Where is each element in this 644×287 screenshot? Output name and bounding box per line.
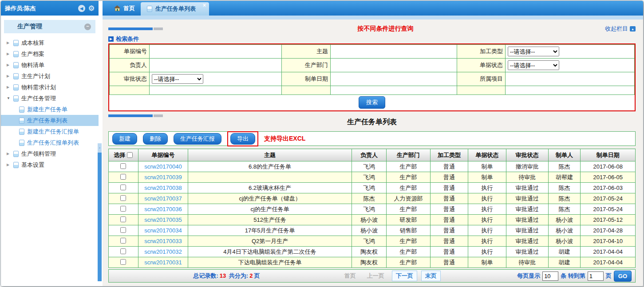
column-header-3: 负责人 xyxy=(352,149,386,161)
collapse-section-icon[interactable]: − xyxy=(84,24,91,30)
gear-icon[interactable]: ⚙ xyxy=(88,5,95,12)
cell-date: 2017-04-04 xyxy=(581,247,636,257)
column-header-4: 生产部门 xyxy=(387,149,431,161)
subject-input[interactable] xyxy=(332,46,455,57)
process-type-select[interactable]: --请选择-- xyxy=(508,47,559,56)
document-icon xyxy=(13,62,19,68)
row-checkbox[interactable] xyxy=(120,259,126,265)
doc-status-select[interactable]: --请选择-- xyxy=(508,60,559,70)
cell-status: 制单 xyxy=(468,161,506,172)
sidebar-item[interactable]: ▶成本核算 xyxy=(1,37,99,48)
row-checkbox[interactable] xyxy=(120,185,126,190)
project-input[interactable] xyxy=(507,74,633,84)
delete-button[interactable]: 删除 xyxy=(143,133,168,145)
doc-link[interactable]: scrw20170035 xyxy=(144,216,182,223)
doc-link[interactable]: scrw20170038 xyxy=(144,185,182,191)
sidebar-item[interactable]: ▶物料清单 xyxy=(1,59,99,71)
approval-status-select[interactable]: --请选择-- xyxy=(152,74,203,84)
owner-input[interactable] xyxy=(151,60,280,71)
section-divider xyxy=(108,114,166,117)
sidebar-item[interactable]: ▶生产领料管理 xyxy=(1,148,99,159)
sidebar-subitem[interactable]: 新建生产任务汇报单 xyxy=(1,126,99,137)
create-date-input[interactable] xyxy=(332,74,455,84)
cell-dept: 生产部 xyxy=(387,161,431,172)
collapse-sidebar-icon[interactable]: ◀ xyxy=(78,5,85,12)
sidebar-subitem[interactable]: 新建生产任务单 xyxy=(1,104,99,115)
chevron-right-icon: ▶ xyxy=(7,163,11,167)
sidebar-scrollbar[interactable]: ‹ xyxy=(98,143,102,281)
row-checkbox[interactable] xyxy=(120,227,126,233)
field-label-approval-status: 审批状态 xyxy=(110,72,150,86)
page-nav: 首页上一页下一页末页 xyxy=(341,271,441,281)
doc-link[interactable]: scrw20170040 xyxy=(144,163,182,170)
row-checkbox[interactable] xyxy=(120,163,126,169)
task-report-button[interactable]: 生产任务汇报 xyxy=(174,133,221,145)
doc-link[interactable]: scrw20170036 xyxy=(144,206,182,212)
field-label-doc-status: 单据状态 xyxy=(457,59,506,72)
empty-label-cell xyxy=(282,86,331,95)
sidebar-subitem[interactable]: 生产任务汇报单列表 xyxy=(1,137,99,148)
sidebar-item[interactable]: ▼生产任务管理 xyxy=(1,93,99,104)
goto-label: 条 转到第 xyxy=(561,272,585,280)
row-checkbox[interactable] xyxy=(120,174,126,180)
doc-link[interactable]: scrw20170033 xyxy=(144,238,182,244)
row-checkbox[interactable] xyxy=(120,206,126,212)
record-count: 13 xyxy=(218,272,227,279)
select-cell xyxy=(109,225,138,236)
cell-date: 2017-04-10 xyxy=(581,236,636,247)
sidebar-item[interactable]: ▶物料需求计划 xyxy=(1,82,99,93)
doc-link[interactable]: scrw20170032 xyxy=(144,248,182,255)
export-button[interactable]: 导出 xyxy=(230,133,255,145)
cell-status: 执行 xyxy=(468,204,506,215)
doc-link[interactable]: scrw20170031 xyxy=(144,259,182,266)
sidebar-item[interactable]: ▶主生产计划 xyxy=(1,71,99,82)
dept-input[interactable] xyxy=(332,60,455,71)
doc-no-cell: scrw20170040 xyxy=(138,161,188,172)
select-all-checkbox[interactable] xyxy=(127,152,133,158)
doc-no-input[interactable] xyxy=(151,46,280,57)
cell-owner: 陶友权 xyxy=(352,257,386,268)
doc-link[interactable]: scrw20170034 xyxy=(144,227,182,234)
row-checkbox[interactable] xyxy=(120,195,126,201)
row-checkbox[interactable] xyxy=(120,238,126,244)
chevron-right-icon: ▶ xyxy=(7,63,11,67)
cell-status: 执行 xyxy=(468,225,506,236)
sidebar-item[interactable]: ▶生产档案 xyxy=(1,48,99,59)
sidebar-item-label: 主生产计划 xyxy=(21,72,50,80)
field-cell-owner xyxy=(149,59,281,72)
cell-type: 普通 xyxy=(430,247,468,257)
sidebar-section-header[interactable]: 生产管理 − xyxy=(4,20,95,33)
search-panel: 单据编号主题加工类型--请选择--负责人生产部门单据状态--请选择--审批状态-… xyxy=(108,43,636,111)
row-checkbox[interactable] xyxy=(120,248,126,254)
cell-creator: 胡建 xyxy=(548,247,580,257)
page-nav-link: 首页 xyxy=(341,271,360,281)
page-nav-link[interactable]: 末页 xyxy=(421,271,441,281)
table-row: scrw20170036cj的生产任务单飞鸿生产部普通执行审批通过陈杰2017-… xyxy=(109,204,636,215)
doc-link[interactable]: scrw20170039 xyxy=(144,174,182,181)
page-nav-link[interactable]: 下一页 xyxy=(392,271,417,281)
search-section-header[interactable]: ▶ 检索条件 xyxy=(108,35,636,43)
collapse-panel-link[interactable]: 收起栏目 ▲ xyxy=(605,25,636,33)
sidebar-subitem-label: 新建生产任务单 xyxy=(27,106,67,114)
tab-home[interactable]: 首页 xyxy=(108,1,141,16)
page-size-input[interactable] xyxy=(542,271,558,281)
go-button[interactable]: GO xyxy=(614,271,632,282)
page-number-input[interactable] xyxy=(588,271,604,281)
tab-task-list[interactable]: 生产任务单列表 × xyxy=(141,2,209,16)
sidebar-item-label: 成本核算 xyxy=(21,39,44,47)
cell-owner: 陶友权 xyxy=(352,247,386,257)
search-button[interactable]: 搜索 xyxy=(359,96,385,109)
cell-creator: 杨小波 xyxy=(548,225,580,236)
sidebar-subitem[interactable]: 生产任务单列表 xyxy=(1,115,99,126)
sidebar-item[interactable]: ▶基本设置 xyxy=(1,159,99,170)
doc-link[interactable]: scrw20170037 xyxy=(144,195,182,202)
empty-label-cell xyxy=(457,86,506,95)
table-row: scrw2017003417年5月生产任务单杨小波销售部普通执行审批通过杨小波2… xyxy=(109,225,636,236)
row-checkbox[interactable] xyxy=(120,216,126,222)
cell-owner: 杨小波 xyxy=(352,225,386,236)
sidebar-tree: ▶成本核算▶生产档案▶物料清单▶主生产计划▶物料需求计划▼生产任务管理新建生产任… xyxy=(1,37,103,170)
sidebar-scroll-notch[interactable]: ‹ xyxy=(98,143,102,153)
new-button[interactable]: 新建 xyxy=(112,133,137,145)
cell-owner: 飞鸿 xyxy=(352,204,386,215)
close-tab-icon[interactable]: × xyxy=(203,2,206,8)
